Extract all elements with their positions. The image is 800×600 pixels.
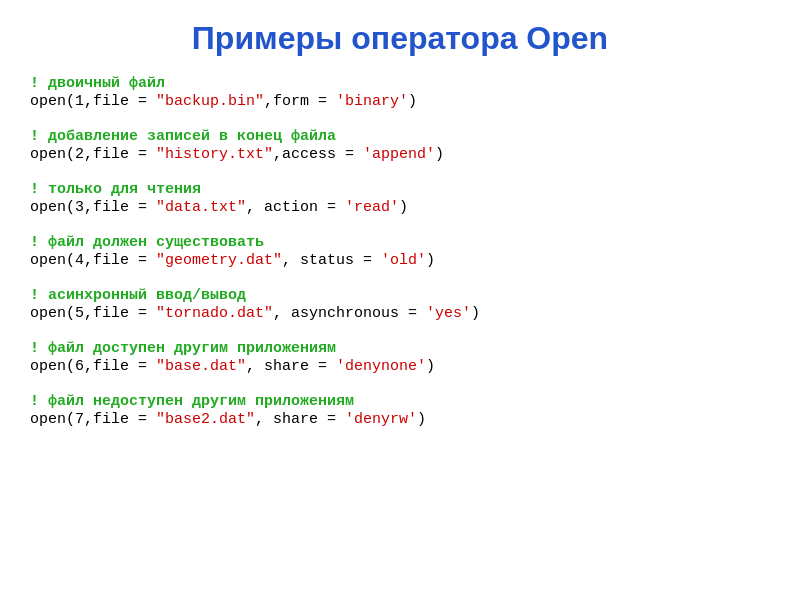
spacer — [30, 110, 770, 118]
comment-line-6: ! файл доступен другим приложениям — [30, 340, 770, 357]
string-literal: "backup.bin" — [156, 93, 264, 110]
code-section-7: ! файл недоступен другим приложениямopen… — [30, 393, 770, 436]
code-text: , share = — [246, 358, 336, 375]
page-title: Примеры оператора Open — [30, 20, 770, 57]
code-text: open(1,file = — [30, 93, 156, 110]
code-text: , asynchronous = — [273, 305, 426, 322]
spacer — [30, 269, 770, 277]
code-line-5: open(5,file = "tornado.dat", asynchronou… — [30, 305, 770, 322]
string-literal: 'yes' — [426, 305, 471, 322]
code-text: ) — [471, 305, 480, 322]
string-literal: "tornado.dat" — [156, 305, 273, 322]
code-text: ) — [426, 358, 435, 375]
code-line-3: open(3,file = "data.txt", action = 'read… — [30, 199, 770, 216]
code-text: open(2,file = — [30, 146, 156, 163]
code-text: open(6,file = — [30, 358, 156, 375]
string-literal: 'denynone' — [336, 358, 426, 375]
code-section-1: ! двоичный файлopen(1,file = "backup.bin… — [30, 75, 770, 118]
string-literal: "history.txt" — [156, 146, 273, 163]
code-text: open(5,file = — [30, 305, 156, 322]
comment-line-4: ! файл должен существовать — [30, 234, 770, 251]
string-literal: 'denyrw' — [345, 411, 417, 428]
code-text: , action = — [246, 199, 345, 216]
code-line-1: open(1,file = "backup.bin",form = 'binar… — [30, 93, 770, 110]
code-line-2: open(2,file = "history.txt",access = 'ap… — [30, 146, 770, 163]
code-text: ) — [417, 411, 426, 428]
code-sections: ! двоичный файлopen(1,file = "backup.bin… — [30, 75, 770, 436]
string-literal: "geometry.dat" — [156, 252, 282, 269]
code-section-6: ! файл доступен другим приложениямopen(6… — [30, 340, 770, 383]
comment-line-1: ! двоичный файл — [30, 75, 770, 92]
code-text: open(3,file = — [30, 199, 156, 216]
comment-line-2: ! добавление записей в конец файла — [30, 128, 770, 145]
code-section-4: ! файл должен существоватьopen(4,file = … — [30, 234, 770, 277]
code-line-7: open(7,file = "base2.dat", share = 'deny… — [30, 411, 770, 428]
string-literal: 'read' — [345, 199, 399, 216]
code-line-4: open(4,file = "geometry.dat", status = '… — [30, 252, 770, 269]
string-literal: "data.txt" — [156, 199, 246, 216]
page: Примеры оператора Open ! двоичный файлop… — [0, 0, 800, 600]
spacer — [30, 216, 770, 224]
code-text: open(7,file = — [30, 411, 156, 428]
string-literal: "base.dat" — [156, 358, 246, 375]
code-text: ) — [399, 199, 408, 216]
string-literal: "base2.dat" — [156, 411, 255, 428]
code-text: ,form = — [264, 93, 336, 110]
spacer — [30, 322, 770, 330]
spacer — [30, 375, 770, 383]
comment-line-3: ! только для чтения — [30, 181, 770, 198]
comment-line-5: ! асинхронный ввод/вывод — [30, 287, 770, 304]
code-text: , status = — [282, 252, 381, 269]
code-section-3: ! только для чтенияopen(3,file = "data.t… — [30, 181, 770, 224]
code-line-6: open(6,file = "base.dat", share = 'denyn… — [30, 358, 770, 375]
comment-line-7: ! файл недоступен другим приложениям — [30, 393, 770, 410]
string-literal: 'old' — [381, 252, 426, 269]
code-section-5: ! асинхронный ввод/выводopen(5,file = "t… — [30, 287, 770, 330]
code-text: ) — [408, 93, 417, 110]
string-literal: 'append' — [363, 146, 435, 163]
spacer — [30, 163, 770, 171]
spacer — [30, 428, 770, 436]
code-text: ) — [426, 252, 435, 269]
code-text: open(4,file = — [30, 252, 156, 269]
code-section-2: ! добавление записей в конец файлаopen(2… — [30, 128, 770, 171]
code-text: ,access = — [273, 146, 363, 163]
string-literal: 'binary' — [336, 93, 408, 110]
code-text: , share = — [255, 411, 345, 428]
code-text: ) — [435, 146, 444, 163]
